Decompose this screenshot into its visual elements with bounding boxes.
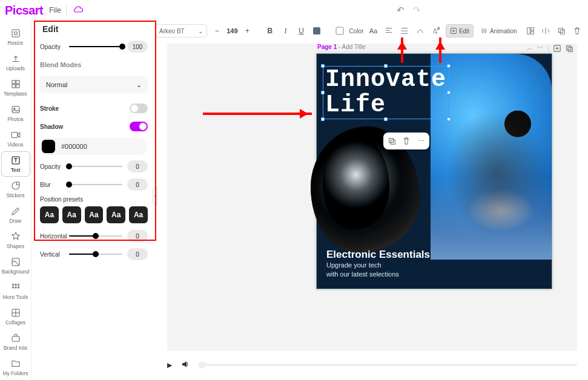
edit-button[interactable]: Edit [446, 24, 474, 38]
shadow-opacity-label: Opacity [40, 163, 69, 170]
cloud-sync-icon[interactable] [66, 5, 84, 16]
bold-button[interactable]: B [264, 24, 276, 38]
text-effects-button[interactable] [430, 24, 442, 38]
preset-5[interactable]: Aa [129, 206, 148, 223]
align-button[interactable] [383, 24, 395, 38]
nav-shapes[interactable]: Shapes [1, 228, 30, 253]
animation-button[interactable]: Animation [477, 24, 520, 38]
shadow-opacity-slider[interactable] [69, 163, 122, 169]
underline-button[interactable]: U [296, 24, 308, 38]
position-presets: Aa Aa Aa Aa Aa [40, 206, 148, 223]
timeline-slider[interactable] [199, 364, 577, 366]
preset-4[interactable]: Aa [107, 206, 125, 223]
duplicate-button[interactable] [555, 24, 567, 38]
panel-collapse-handle[interactable]: ‹ [153, 188, 157, 205]
shadow-blur-slider[interactable] [69, 182, 122, 188]
page-label[interactable]: Page 1 - Add Title [317, 44, 366, 50]
blend-mode-select[interactable]: Normal ⌄ [40, 76, 148, 93]
annotation-arrow-to-edit [439, 38, 441, 63]
svg-rect-28 [568, 47, 572, 51]
svg-point-13 [12, 287, 13, 288]
nav-draw[interactable]: Draw [1, 202, 30, 228]
color-swatch-icon[interactable] [334, 24, 346, 38]
nav-my-folders[interactable]: My Folders [1, 355, 30, 380]
horizontal-label: Horizontal [40, 233, 69, 240]
nav-more-tools[interactable]: More Tools [1, 278, 30, 304]
shadow-color-swatch [42, 140, 55, 153]
preset-1[interactable]: Aa [40, 206, 59, 223]
vertical-label: Vertical [40, 251, 69, 258]
file-menu[interactable]: File [49, 6, 61, 15]
vertical-value[interactable]: 0 [127, 248, 148, 260]
shadow-blur-value[interactable]: 0 [127, 179, 148, 191]
nav-photos[interactable]: Photos [1, 100, 30, 126]
vertical-slider[interactable] [69, 251, 122, 257]
text-case-button[interactable]: Aa [368, 24, 380, 38]
opacity-slider[interactable] [69, 44, 122, 50]
timeline-bar: ▶ [167, 357, 577, 373]
duplicate-page-icon[interactable] [565, 44, 573, 53]
svg-rect-21 [527, 28, 529, 34]
svg-rect-5 [12, 106, 19, 113]
chevron-down-icon: ⌄ [136, 81, 142, 89]
body-copy[interactable]: Upgrade your tech with our latest select… [326, 261, 399, 279]
svg-rect-4 [16, 85, 19, 88]
page-up-icon[interactable]: ︿ [527, 44, 533, 53]
canvas-area[interactable]: Page 1 - Add Title ︿ ﹀ | Innovate Life ⋯… [167, 44, 577, 351]
brand-logo: Picsart [5, 4, 43, 18]
nav-collages[interactable]: Collages [1, 304, 30, 329]
context-toolbar: ⋯ [383, 133, 429, 149]
undo-icon[interactable]: ↶ [397, 5, 405, 16]
artboard[interactable]: Innovate Life ⋯ Electronic Essentials Up… [316, 53, 552, 289]
svg-rect-2 [16, 80, 19, 84]
warp-button[interactable] [414, 24, 426, 38]
annotation-arrow-to-warp [401, 38, 403, 63]
add-page-icon[interactable] [553, 44, 561, 53]
stroke-toggle[interactable] [130, 103, 148, 113]
line-spacing-button[interactable] [398, 24, 411, 38]
svg-rect-0 [12, 30, 19, 37]
shadow-toggle[interactable] [130, 122, 148, 131]
nav-uploads[interactable]: Uploads [1, 50, 30, 75]
nav-videos[interactable]: Videos [1, 126, 30, 151]
nav-stickers[interactable]: Stickers [1, 177, 30, 202]
position-button[interactable] [524, 24, 537, 38]
horizontal-value[interactable]: 0 [127, 230, 148, 242]
headline-text[interactable]: Innovate Life [323, 66, 449, 119]
font-size-plus[interactable]: + [242, 24, 254, 38]
svg-point-15 [18, 287, 19, 288]
nav-resize[interactable]: Resize [1, 24, 30, 50]
font-size-value[interactable]: 149 [226, 27, 237, 34]
chevron-down-icon: ⌄ [198, 28, 203, 34]
svg-rect-3 [12, 85, 15, 88]
preset-2[interactable]: Aa [62, 206, 81, 223]
volume-icon[interactable] [180, 359, 190, 370]
shadow-color-input[interactable]: #000000 [40, 138, 148, 155]
font-size-minus[interactable]: − [211, 24, 223, 38]
ctx-more-icon[interactable]: ⋯ [415, 135, 427, 147]
subheading-text[interactable]: Electronic Essentials [326, 249, 430, 261]
preset-3[interactable]: Aa [85, 206, 104, 223]
italic-button[interactable]: I [280, 24, 292, 38]
svg-rect-29 [389, 139, 394, 143]
shadow-opacity-value[interactable]: 0 [127, 160, 148, 172]
svg-rect-19 [336, 27, 343, 34]
font-family-select[interactable]: Arkeo BT⌄ [155, 24, 207, 38]
text-fill-icon[interactable] [311, 24, 323, 38]
redo-icon[interactable]: ↷ [413, 5, 421, 16]
svg-rect-7 [12, 132, 18, 137]
nav-templates[interactable]: Templates [1, 75, 30, 100]
edit-panel: Edit Opacity 100 Blend Modes Normal ⌄ St… [36, 21, 151, 244]
nav-brand-kits[interactable]: Brand Kits [1, 329, 30, 355]
page-down-icon[interactable]: ﹀ [537, 44, 544, 53]
horizontal-slider[interactable] [69, 233, 122, 239]
nav-text[interactable]: Text [1, 151, 30, 177]
flip-button[interactable] [540, 24, 552, 38]
opacity-value[interactable]: 100 [127, 41, 148, 53]
play-icon[interactable]: ▶ [167, 361, 172, 369]
nav-background[interactable]: Background [1, 253, 30, 278]
svg-rect-24 [559, 28, 563, 33]
ctx-duplicate-icon[interactable] [386, 135, 398, 147]
ctx-delete-icon[interactable] [400, 135, 412, 147]
delete-button[interactable] [571, 24, 583, 38]
